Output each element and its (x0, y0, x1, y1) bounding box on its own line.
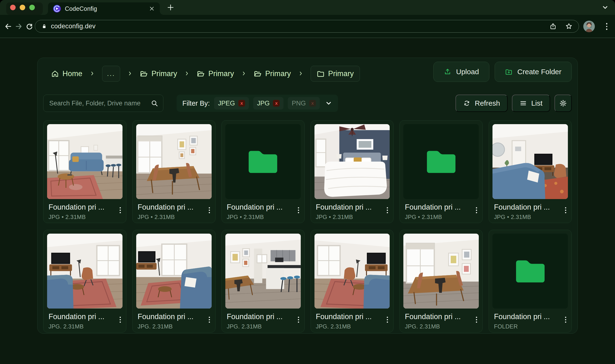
remove-filter-icon[interactable]: x (238, 100, 245, 107)
filter-group: Filter By: JPEG x JPG x PNG x (176, 95, 338, 112)
chevron-right-icon (90, 69, 95, 78)
chevron-right-icon (298, 69, 303, 78)
file-title: Foundation pri ... (316, 203, 390, 211)
file-card[interactable]: Foundation pri ... JPG. 2.31MB (43, 230, 126, 333)
folder-icon (247, 148, 279, 175)
remove-filter-icon[interactable]: x (273, 100, 280, 107)
breadcrumb-label: Primary (265, 69, 291, 78)
filter-chip-jpeg[interactable]: JPEG x (214, 97, 249, 109)
breadcrumb-home[interactable]: Home (51, 69, 82, 78)
breadcrumb-current-folder[interactable]: Primary (311, 66, 360, 82)
file-title: Foundation pri ... (405, 312, 479, 321)
browser-tab[interactable]: CodeConfig (48, 2, 160, 15)
file-menu-kebab-icon[interactable] (209, 317, 210, 323)
breadcrumb-folder[interactable]: Primary (197, 69, 234, 78)
file-menu-kebab-icon[interactable] (565, 207, 566, 213)
file-title: Foundation pri ... (405, 203, 479, 211)
folder-open-icon (140, 70, 148, 78)
file-card[interactable]: Foundation pri ... JPG • 2.31MB (43, 120, 126, 223)
breadcrumb-ellipsis[interactable]: ... (102, 66, 120, 82)
file-meta: JPG. 2.31MB (316, 323, 390, 330)
file-menu-kebab-icon[interactable] (387, 207, 388, 213)
file-menu-kebab-icon[interactable] (476, 207, 477, 213)
file-menu-kebab-icon[interactable] (387, 317, 388, 323)
search-input[interactable] (43, 95, 163, 112)
breadcrumb-folder[interactable]: Primary (140, 69, 177, 78)
url-field[interactable]: codeconfig.dev (35, 20, 579, 33)
list-icon (520, 100, 527, 107)
filter-chip-png[interactable]: PNG x (288, 97, 320, 109)
list-view-button[interactable]: List (512, 95, 550, 112)
back-button[interactable] (3, 22, 13, 31)
forward-arrow-icon (15, 23, 23, 30)
breadcrumb-folder[interactable]: Primary (254, 69, 291, 78)
reload-icon (26, 23, 33, 30)
file-menu-kebab-icon[interactable] (565, 317, 566, 323)
settings-button[interactable] (554, 95, 572, 112)
address-bar: codeconfig.dev (0, 15, 615, 38)
bookmark-star-icon[interactable] (565, 23, 573, 30)
tab-close-icon[interactable] (149, 6, 155, 12)
remove-filter-icon: x (309, 100, 316, 107)
file-card[interactable]: Foundation pri ... JPG. 2.31MB (400, 230, 483, 333)
file-title: Foundation pri ... (227, 203, 301, 211)
profile-avatar[interactable] (583, 21, 595, 32)
file-menu-kebab-icon[interactable] (120, 317, 121, 323)
breadcrumb-row: Home ... (51, 63, 572, 84)
file-card[interactable]: Foundation pri ... JPG • 2.31MB (222, 120, 305, 223)
file-menu-kebab-icon[interactable] (298, 317, 299, 323)
file-card[interactable]: Foundation pri ... JPG • 2.31MB (489, 120, 572, 223)
refresh-button[interactable]: Refresh (455, 95, 508, 112)
file-card[interactable]: Foundation pri ... JPG • 2.31MB (132, 120, 215, 223)
folder-open-icon (197, 70, 205, 78)
file-card[interactable]: Foundation pri ... JPG • 2.31MB (400, 120, 483, 223)
file-menu-kebab-icon[interactable] (476, 317, 477, 323)
file-menu-kebab-icon[interactable] (209, 207, 210, 213)
file-thumbnail (47, 124, 122, 199)
breadcrumb-label: Home (63, 69, 82, 78)
file-title: Foundation pri ... (49, 203, 122, 211)
file-thumbnail (225, 234, 301, 309)
filter-chip-jpg[interactable]: JPG x (253, 97, 284, 109)
reload-button[interactable] (25, 22, 34, 31)
file-meta: JPG • 2.31MB (316, 214, 390, 221)
maximize-window-button[interactable] (29, 5, 35, 10)
file-meta: JPG • 2.31MB (405, 214, 479, 221)
create-folder-button[interactable]: Create Folder (495, 62, 572, 82)
tab-list-chevron-icon[interactable] (602, 4, 609, 11)
new-tab-button[interactable] (166, 3, 175, 12)
share-icon[interactable] (549, 23, 557, 30)
file-grid: Foundation pri ... JPG • 2.31MB Foundati… (43, 120, 572, 333)
filter-by-label: Filter By: (182, 99, 210, 107)
file-card[interactable]: Foundation pri ... JPG • 2.31MB (311, 120, 394, 223)
file-meta: JPG. 2.31MB (227, 323, 301, 330)
file-card[interactable]: Foundation pri ... JPG. 2.31MB (311, 230, 394, 333)
refresh-label: Refresh (475, 99, 500, 107)
close-window-button[interactable] (10, 5, 16, 10)
file-menu-kebab-icon[interactable] (298, 207, 299, 213)
browser-menu-kebab-icon[interactable] (606, 23, 608, 30)
controls-row: Filter By: JPEG x JPG x PNG x (43, 95, 572, 112)
list-label: List (531, 99, 542, 107)
file-meta: FOLDER (494, 323, 568, 330)
filter-chevron-down-icon[interactable] (325, 100, 332, 107)
file-card[interactable]: Foundation pri ... JPG. 2.31MB (132, 230, 215, 333)
folder-icon (425, 148, 457, 175)
chevron-right-icon (127, 69, 133, 78)
file-card[interactable]: Foundation pri ... JPG. 2.31MB (222, 230, 305, 333)
file-title: Foundation pri ... (227, 312, 301, 321)
breadcrumb-label: ... (107, 70, 115, 78)
back-arrow-icon (4, 23, 12, 30)
file-meta: JPG. 2.31MB (49, 323, 122, 330)
upload-button[interactable]: Upload (433, 62, 489, 82)
codeconfig-favicon (53, 5, 61, 13)
refresh-icon (463, 100, 470, 107)
file-menu-kebab-icon[interactable] (120, 207, 121, 213)
minimize-window-button[interactable] (20, 5, 25, 10)
file-card[interactable]: Foundation pri ... FOLDER (489, 230, 572, 333)
file-meta: JPG • 2.31MB (494, 214, 568, 221)
file-meta: JPG. 2.31MB (405, 323, 479, 330)
filter-chip-label: JPEG (218, 100, 235, 107)
forward-button[interactable] (14, 22, 24, 31)
lock-icon (41, 24, 47, 29)
